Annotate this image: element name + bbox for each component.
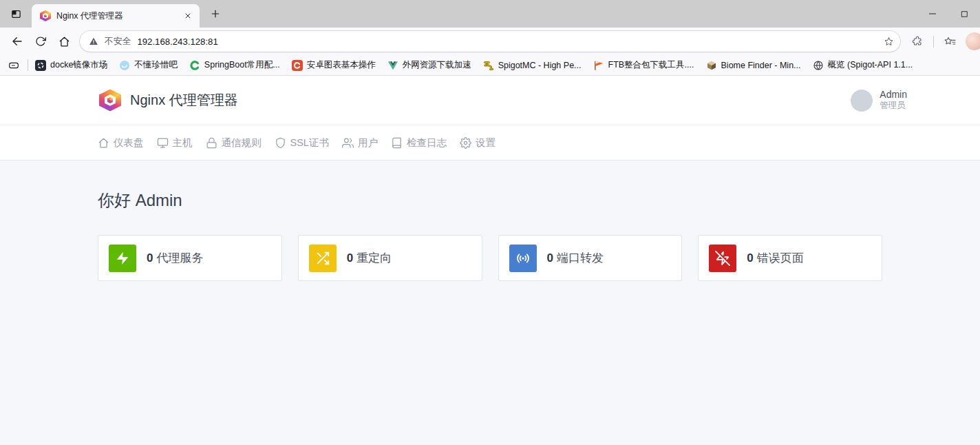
stat-label: 错误页面 <box>757 251 804 265</box>
sidebar-icon <box>10 8 22 20</box>
bookmark-label: 不懂珍惜吧 <box>134 59 178 71</box>
dashboard-content: 你好 Admin 0代理服务 0重定向 0端口转发 0错误页面 <box>0 161 980 281</box>
stat-text: 0代理服务 <box>147 250 203 266</box>
bookmark-item[interactable]: SpringBoot常用配... <box>189 59 280 71</box>
bookmark-page-button[interactable] <box>880 32 897 50</box>
greeting-heading: 你好 Admin <box>98 189 882 211</box>
new-tab-button[interactable] <box>205 3 226 24</box>
bookmark-item[interactable]: SpigotMC - High Pe... <box>483 60 582 71</box>
bookmarks-bar: docke镜像市场 不懂珍惜吧 SpringBoot常用配... 安卓图表基本操… <box>0 55 980 76</box>
bookmark-label: docke镜像市场 <box>50 59 107 71</box>
extensions-button[interactable] <box>908 32 926 50</box>
browser-profile-avatar[interactable] <box>966 32 980 50</box>
dodo-circle-icon <box>119 60 130 71</box>
page-header: Nginx 代理管理器 Admin 管理员 <box>0 76 980 125</box>
stat-count: 0 <box>147 251 153 265</box>
nav-label: 通信规则 <box>222 136 262 149</box>
nav-item-1[interactable]: 主机 <box>157 136 193 149</box>
puzzle-icon <box>912 36 923 47</box>
bookmark-item[interactable]: 不懂珍惜吧 <box>119 59 178 71</box>
stat-count: 0 <box>747 251 753 265</box>
bookmark-item[interactable]: 外网资源下载加速 <box>387 59 471 71</box>
user-name: Admin <box>880 89 907 101</box>
stat-stamp <box>309 245 337 272</box>
bookmark-label: 安卓图表基本操作 <box>307 59 376 71</box>
stat-label: 重定向 <box>356 251 392 265</box>
window-maximize-button[interactable] <box>958 8 970 20</box>
browser-window: Nginx 代理管理器 不安全 1 <box>0 0 980 76</box>
ftb-flag-icon <box>593 60 604 71</box>
maximize-icon <box>960 10 969 19</box>
stat-card[interactable]: 0代理服务 <box>98 235 282 281</box>
monitor-icon <box>157 137 169 149</box>
url-bar[interactable]: 不安全 192.168.243.128:81 <box>80 31 900 52</box>
nav-label: SSL证书 <box>290 136 329 149</box>
stat-card[interactable]: 0错误页面 <box>698 235 882 281</box>
nav-label: 设置 <box>476 136 496 149</box>
nav-item-2[interactable]: 通信规则 <box>206 136 262 149</box>
nav-item-4[interactable]: 用户 <box>342 136 378 149</box>
bookmark-item[interactable]: 安卓图表基本操作 <box>292 59 376 71</box>
star-icon <box>884 37 894 47</box>
user-menu[interactable]: Admin 管理员 <box>851 89 907 112</box>
browser-tab[interactable]: Nginx 代理管理器 <box>32 4 200 28</box>
brand-link[interactable]: Nginx 代理管理器 <box>99 90 238 112</box>
tab-close-button[interactable] <box>180 8 195 23</box>
nav-item-3[interactable]: SSL证书 <box>275 136 329 149</box>
back-button[interactable] <box>7 31 28 52</box>
users-icon <box>342 137 354 149</box>
tab-bar: Nginx 代理管理器 <box>0 0 980 28</box>
window-controls <box>926 8 970 20</box>
nav-item-0[interactable]: 仪表盘 <box>98 136 144 149</box>
stat-cards: 0代理服务 0重定向 0端口转发 0错误页面 <box>98 235 882 281</box>
back-icon <box>11 35 23 48</box>
home-button[interactable] <box>54 31 74 52</box>
window-minimize-button[interactable] <box>926 8 939 20</box>
zap-icon <box>115 251 130 266</box>
broadcast-icon <box>515 251 531 266</box>
bookmark-label: FTB整合包下载工具.... <box>608 59 694 71</box>
user-meta: Admin 管理员 <box>880 89 907 112</box>
globe-icon <box>813 60 824 71</box>
bookmark-item[interactable]: Biome Finder - Min... <box>706 60 801 71</box>
browser-toolbar: 不安全 192.168.243.128:81 <box>0 28 980 55</box>
bookmark-item[interactable]: 概览 (Spigot-API 1.1... <box>813 59 913 71</box>
bookmark-label: 概览 (Spigot-API 1.1... <box>828 59 913 71</box>
zap-off-icon <box>715 251 730 266</box>
stat-card[interactable]: 0端口转发 <box>498 235 683 281</box>
book-icon <box>391 137 403 149</box>
vue-icon <box>387 60 398 71</box>
stat-stamp <box>709 245 736 272</box>
bookmark-label: Biome Finder - Min... <box>721 61 801 70</box>
toolbar-right <box>908 32 973 50</box>
security-label: 不安全 <box>105 36 131 48</box>
sidebar-toggle-button[interactable] <box>6 3 26 24</box>
lock-icon <box>206 137 217 149</box>
brand-title: Nginx 代理管理器 <box>130 91 238 110</box>
tab-title: Nginx 代理管理器 <box>56 10 175 22</box>
stat-text: 0端口转发 <box>547 250 604 266</box>
docker-icon <box>35 60 46 71</box>
bookmarks-menu-button[interactable] <box>941 32 959 50</box>
green-c-icon <box>189 60 200 71</box>
plus-icon <box>210 8 221 19</box>
nav-item-5[interactable]: 检查日志 <box>391 136 447 149</box>
nav-item-6[interactable]: 设置 <box>460 136 496 149</box>
biome-block-icon <box>706 60 717 71</box>
bookmark-item[interactable]: FTB整合包下载工具.... <box>593 59 694 71</box>
minimize-icon <box>928 9 937 19</box>
stat-card[interactable]: 0重定向 <box>298 235 482 281</box>
stat-text: 0错误页面 <box>747 250 803 266</box>
stat-stamp <box>509 245 537 272</box>
reading-list-button[interactable] <box>6 57 22 74</box>
npm-favicon-icon <box>40 10 51 21</box>
reload-button[interactable] <box>30 31 51 52</box>
home-icon <box>98 137 109 149</box>
home-icon <box>58 36 70 48</box>
nav-label: 仪表盘 <box>114 136 144 149</box>
bookmark-label: SpigotMC - High Pe... <box>498 61 582 70</box>
spigot-icon <box>483 60 494 71</box>
app-nav: 仪表盘 主机 通信规则 SSL证书 用户 检查日志 设置 <box>0 125 980 161</box>
bookmark-item[interactable]: docke镜像市场 <box>35 59 107 71</box>
bookmarks-menu-icon <box>944 36 956 48</box>
